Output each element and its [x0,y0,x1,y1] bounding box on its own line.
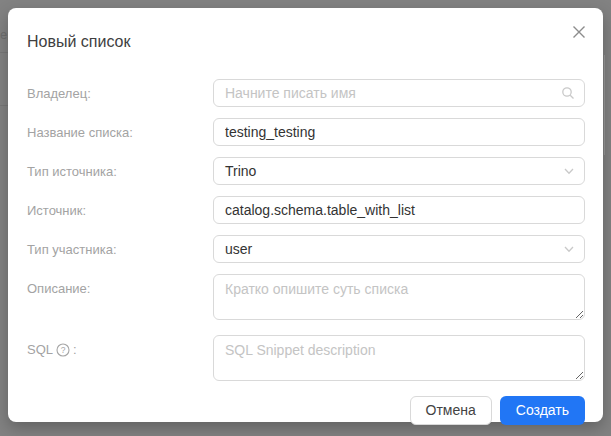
form-row-list-name: Название списка: [27,118,585,146]
form-row-source-type: Тип источника: Trino [27,157,585,185]
cancel-button[interactable]: Отмена [410,396,492,425]
source-type-selected-value: Trino [225,163,256,179]
sql-label-text: SQL [27,342,53,357]
source-type-select[interactable]: Trino [213,157,585,185]
sql-textarea[interactable] [213,335,585,381]
description-label: Описание: [27,274,213,324]
create-button[interactable]: Создать [500,396,585,425]
new-list-form: Владелец: Название списка: Тип источника… [27,79,585,385]
form-row-member-type: Тип участника: user [27,235,585,263]
form-row-owner: Владелец: [27,79,585,107]
backdrop-divider [0,105,8,106]
member-type-field-wrap: user [213,235,585,263]
close-icon[interactable] [568,21,590,43]
list-name-input[interactable] [213,118,585,146]
source-input[interactable] [213,196,585,224]
source-field-wrap [213,196,585,224]
backdrop-divider [604,55,605,155]
member-type-select[interactable]: user [213,235,585,263]
sql-field-wrap [213,335,585,385]
form-row-source: Источник: [27,196,585,224]
owner-input[interactable] [213,79,585,107]
backdrop-divider [0,52,8,53]
owner-field-wrap [213,79,585,107]
sql-label: SQL ? : [27,335,213,385]
owner-label: Владелец: [27,79,213,107]
form-row-description: Описание: [27,274,585,324]
source-type-label: Тип источника: [27,157,213,185]
member-type-selected-value: user [225,241,252,257]
description-textarea[interactable] [213,274,585,320]
question-circle-icon[interactable]: ? [56,343,70,357]
new-list-modal: Новый список Владелец: Название списка: [8,8,603,422]
svg-text:?: ? [61,345,66,355]
source-type-field-wrap: Trino [213,157,585,185]
list-name-label: Название списка: [27,118,213,146]
modal-footer: Отмена Создать [27,396,585,425]
modal-title: Новый список [27,32,585,52]
source-label: Источник: [27,196,213,224]
sql-label-colon: : [73,342,77,357]
form-row-sql: SQL ? : [27,335,585,385]
list-name-field-wrap [213,118,585,146]
description-field-wrap [213,274,585,324]
member-type-label: Тип участника: [27,235,213,263]
